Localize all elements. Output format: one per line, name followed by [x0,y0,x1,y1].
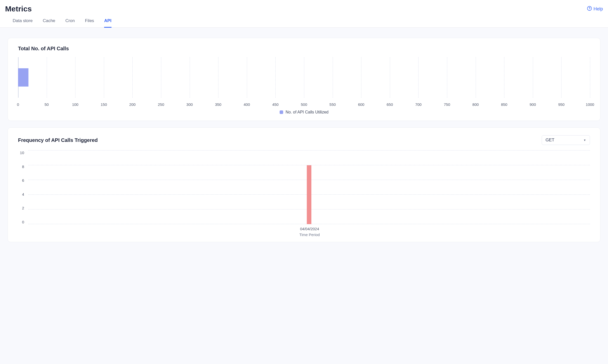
svg-point-1 [589,9,589,10]
help-icon [587,6,592,12]
tab-cron[interactable]: Cron [66,18,75,28]
vchart-y-tick: 8 [22,164,24,169]
hchart-plot [18,57,590,98]
vchart-y-tick: 6 [22,178,24,183]
help-label: Help [594,6,603,12]
method-filter-select[interactable]: GET ▼ [542,135,590,145]
vchart-gridline [28,150,590,151]
header-bar: Metrics Help Data storeCacheCronFilesAPI [0,0,608,28]
legend-swatch-icon [280,110,283,114]
card-total-api-calls: Total No. of API Calls 05010015020025030… [8,38,600,121]
tab-data-store[interactable]: Data store [13,18,33,28]
content: Total No. of API Calls 05010015020025030… [0,28,608,259]
legend-label: No. of API Calls Utilized [286,110,329,114]
hchart-legend: No. of API Calls Utilized [18,105,590,114]
card-title-frequency: Frequency of API Calls Triggered [18,137,98,143]
help-link[interactable]: Help [587,6,603,12]
vchart-x-labels: 04/04/2024 [29,224,590,231]
card-header: Frequency of API Calls Triggered GET ▼ [18,135,590,145]
method-filter-value: GET [546,138,554,143]
svg-point-0 [587,6,592,10]
hchart-bar [18,68,28,87]
hchart-gridline [590,57,590,98]
vchart-wrap: 1086420 [18,151,590,224]
tab-files[interactable]: Files [85,18,94,28]
vchart-plot [28,151,590,224]
vchart-x-label: 04/04/2024 [29,227,590,231]
tab-cache[interactable]: Cache [43,18,55,28]
tab-api[interactable]: API [104,18,111,28]
header-top: Metrics Help [5,5,603,18]
card-frequency-api-calls: Frequency of API Calls Triggered GET ▼ 1… [8,127,600,242]
vchart-y-tick: 0 [22,220,24,224]
chevron-down-icon: ▼ [583,139,586,142]
vchart-y-axis: 1086420 [18,151,25,224]
vchart-x-title: Time Period [29,231,590,237]
vchart-y-tick: 2 [22,206,24,210]
hchart-x-ticks: 0501001502002503003504004505005506006507… [18,100,590,105]
vchart-y-tick: 10 [20,151,24,155]
page-title: Metrics [5,5,32,13]
vchart-y-tick: 4 [22,192,24,196]
card-title-total: Total No. of API Calls [18,46,69,52]
hchart-area [18,57,590,98]
tabs: Data storeCacheCronFilesAPI [5,18,603,27]
card-header: Total No. of API Calls [18,46,590,52]
vchart-bar [307,165,311,224]
